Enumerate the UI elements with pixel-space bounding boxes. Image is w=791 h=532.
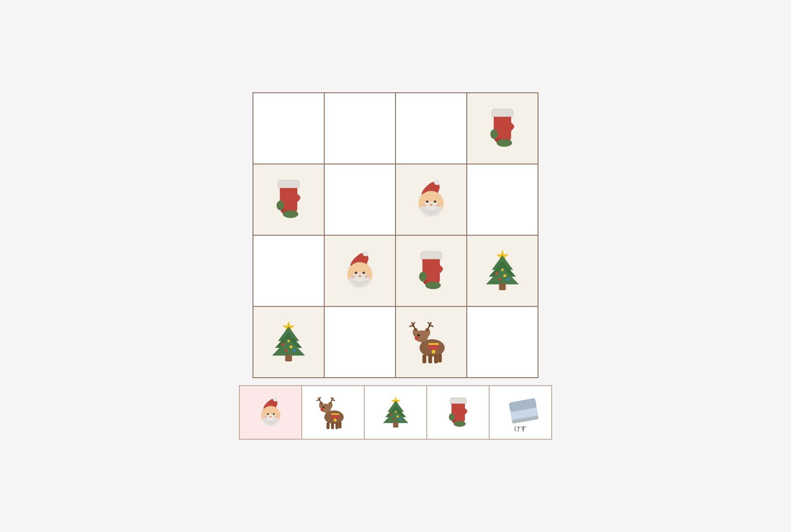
grid-cell-2-2[interactable] <box>396 236 466 306</box>
svg-rect-3 <box>278 180 299 189</box>
svg-point-91 <box>392 418 395 420</box>
svg-point-44 <box>285 350 288 353</box>
svg-point-1 <box>497 139 512 147</box>
grid-cell-3-2[interactable] <box>396 307 466 377</box>
svg-point-22 <box>351 275 355 278</box>
svg-rect-88 <box>393 422 398 427</box>
svg-point-14 <box>436 204 440 207</box>
svg-point-33 <box>503 274 506 277</box>
grid-cell-3-3[interactable] <box>467 307 538 377</box>
svg-point-83 <box>333 419 337 422</box>
svg-point-69 <box>274 415 278 418</box>
svg-point-13 <box>422 204 427 207</box>
svg-point-42 <box>282 343 285 346</box>
svg-rect-80 <box>338 421 341 428</box>
svg-point-19 <box>355 272 357 274</box>
svg-rect-55 <box>428 355 432 364</box>
svg-point-32 <box>495 272 498 275</box>
svg-rect-54 <box>422 355 426 364</box>
grid-cell-0-2[interactable] <box>396 93 466 164</box>
tray-item-santa[interactable] <box>240 386 301 439</box>
svg-point-62 <box>273 397 277 401</box>
svg-point-53 <box>415 336 419 340</box>
svg-rect-57 <box>438 353 442 362</box>
tray-item-tree[interactable] <box>365 386 426 439</box>
svg-point-60 <box>432 350 436 354</box>
svg-rect-56 <box>434 355 438 364</box>
svg-point-16 <box>363 251 369 256</box>
grid-cell-0-0[interactable] <box>253 93 324 164</box>
grid-cell-1-2[interactable] <box>396 164 466 235</box>
svg-point-4 <box>283 210 298 218</box>
tray: けす <box>239 385 552 440</box>
grid-cell-0-1[interactable] <box>325 93 395 164</box>
svg-point-23 <box>364 275 369 278</box>
svg-point-66 <box>273 413 275 415</box>
svg-point-25 <box>425 281 441 289</box>
tray-item-reindeer[interactable] <box>302 386 364 439</box>
svg-rect-82 <box>331 413 339 415</box>
main-grid <box>253 92 538 378</box>
svg-rect-94 <box>450 397 466 404</box>
tray-item-eraser[interactable]: けす <box>490 386 551 439</box>
grid-cell-1-0[interactable] <box>253 164 324 235</box>
svg-point-46 <box>287 340 290 343</box>
svg-rect-0 <box>492 109 513 118</box>
svg-rect-41 <box>285 355 292 361</box>
svg-point-35 <box>507 278 510 281</box>
svg-point-93 <box>395 411 396 412</box>
grid-cell-2-3[interactable] <box>467 236 538 306</box>
svg-point-90 <box>396 415 399 417</box>
eraser-label: けす <box>514 425 527 433</box>
svg-point-96 <box>449 413 455 421</box>
grid-cell-3-1[interactable] <box>325 307 395 377</box>
svg-point-92 <box>399 418 401 420</box>
svg-rect-77 <box>326 422 330 429</box>
svg-rect-78 <box>331 422 334 429</box>
grid-cell-2-0[interactable] <box>253 236 324 306</box>
svg-point-26 <box>419 272 427 281</box>
svg-point-68 <box>264 415 267 418</box>
svg-rect-31 <box>499 284 505 290</box>
svg-point-76 <box>320 408 323 411</box>
svg-rect-59 <box>428 343 439 345</box>
svg-rect-24 <box>421 251 442 260</box>
svg-point-89 <box>390 413 392 415</box>
svg-point-11 <box>434 200 436 203</box>
svg-point-10 <box>426 200 428 203</box>
svg-point-20 <box>363 272 365 274</box>
tray-item-stocking[interactable] <box>427 386 489 439</box>
svg-rect-79 <box>335 422 338 429</box>
game-container: けす <box>226 79 565 453</box>
svg-point-43 <box>289 346 293 349</box>
grid-cell-1-3[interactable] <box>467 164 538 235</box>
grid-cell-2-1[interactable] <box>325 236 395 306</box>
svg-point-34 <box>498 278 502 281</box>
svg-point-95 <box>454 421 465 427</box>
svg-point-36 <box>501 269 504 271</box>
grid-cell-0-3[interactable] <box>467 93 538 164</box>
svg-point-75 <box>322 406 324 408</box>
svg-point-5 <box>277 200 285 210</box>
svg-point-52 <box>417 334 420 337</box>
svg-point-45 <box>293 350 296 353</box>
svg-point-7 <box>434 179 440 185</box>
svg-point-65 <box>267 413 268 415</box>
grid-cell-3-0[interactable] <box>253 307 324 377</box>
svg-point-2 <box>491 129 498 139</box>
grid-cell-1-1[interactable] <box>325 164 395 235</box>
